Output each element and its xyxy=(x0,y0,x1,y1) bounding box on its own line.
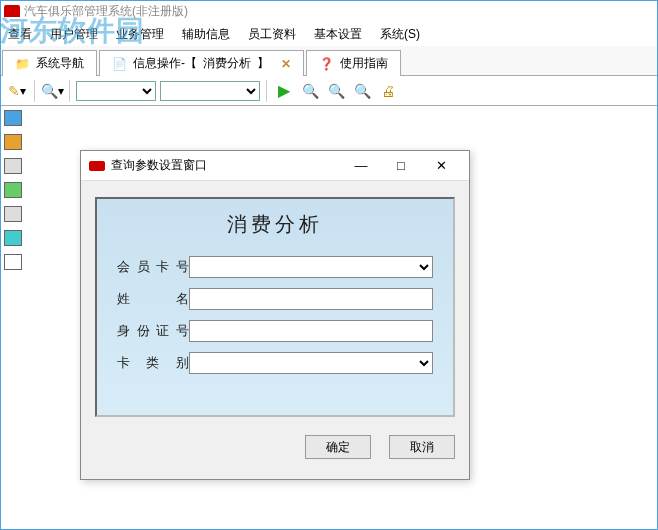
search-icon: 🔍 xyxy=(354,83,371,99)
sidebar xyxy=(0,106,26,526)
cancel-button[interactable]: 取消 xyxy=(389,435,455,459)
tab-label: 系统导航 xyxy=(36,55,84,72)
name-input[interactable] xyxy=(189,288,433,310)
search-icon: 🔍 xyxy=(302,83,319,99)
separator xyxy=(69,80,70,102)
search-icon: 🔍 xyxy=(328,83,345,99)
tab-system-nav[interactable]: 📁 系统导航 xyxy=(2,50,97,76)
find-2-button[interactable]: 🔍 xyxy=(325,80,347,102)
dialog-title: 查询参数设置窗口 xyxy=(111,157,207,174)
edit-button[interactable]: ✎▾ xyxy=(6,80,28,102)
close-button[interactable]: ✕ xyxy=(421,152,461,180)
play-icon: ▶ xyxy=(278,81,290,100)
dialog-titlebar[interactable]: 查询参数设置窗口 — □ ✕ xyxy=(81,151,469,181)
member-card-label: 会员卡号 xyxy=(117,258,189,276)
filter-combo-2[interactable] xyxy=(160,81,260,101)
sidebar-icon-2[interactable] xyxy=(4,134,22,150)
card-type-select[interactable] xyxy=(189,352,433,374)
query-params-dialog: 查询参数设置窗口 — □ ✕ 消费分析 会员卡号 姓 名 身份证号 卡 类 别 xyxy=(80,150,470,480)
menu-staff[interactable]: 员工资料 xyxy=(248,26,296,43)
sidebar-icon-6[interactable] xyxy=(4,230,22,246)
tab-usage-guide[interactable]: ❓ 使用指南 xyxy=(306,50,401,76)
tab-suffix: 】 xyxy=(257,55,269,72)
search-button[interactable]: 🔍▾ xyxy=(41,80,63,102)
sidebar-icon-1[interactable] xyxy=(4,110,22,126)
separator xyxy=(34,80,35,102)
print-button[interactable]: 🖨 xyxy=(377,80,399,102)
menu-aux-info[interactable]: 辅助信息 xyxy=(182,26,230,43)
printer-icon: 🖨 xyxy=(381,83,395,99)
nav-icon: 📁 xyxy=(15,57,30,71)
minimize-button[interactable]: — xyxy=(341,152,381,180)
sidebar-icon-4[interactable] xyxy=(4,182,22,198)
tab-prefix: 信息操作-【 xyxy=(133,55,197,72)
menu-settings[interactable]: 基本设置 xyxy=(314,26,362,43)
tab-close-icon[interactable]: ✕ xyxy=(281,57,291,71)
id-number-input[interactable] xyxy=(189,320,433,342)
filter-combo-1[interactable] xyxy=(76,81,156,101)
sidebar-icon-3[interactable] xyxy=(4,158,22,174)
tab-label: 使用指南 xyxy=(340,55,388,72)
find-3-button[interactable]: 🔍 xyxy=(351,80,373,102)
doc-icon: 📄 xyxy=(112,57,127,71)
member-card-select[interactable] xyxy=(189,256,433,278)
search-icon: 🔍 xyxy=(41,83,58,99)
card-type-label: 卡 类 别 xyxy=(117,354,189,372)
menu-system[interactable]: 系统(S) xyxy=(380,26,420,43)
maximize-button[interactable]: □ xyxy=(381,152,421,180)
pencil-icon: ✎ xyxy=(8,83,20,99)
run-button[interactable]: ▶ xyxy=(273,80,295,102)
toolbar: ✎▾ 🔍▾ ▶ 🔍 🔍 🔍 🖨 xyxy=(0,76,658,106)
help-icon: ❓ xyxy=(319,57,334,71)
tab-consumption-analysis[interactable]: 📄 信息操作-【消费分析】 ✕ xyxy=(99,50,304,76)
form-panel: 消费分析 会员卡号 姓 名 身份证号 卡 类 别 xyxy=(95,197,455,417)
ok-button[interactable]: 确定 xyxy=(305,435,371,459)
sidebar-icon-7[interactable] xyxy=(4,254,22,270)
sidebar-icon-5[interactable] xyxy=(4,206,22,222)
watermark: 河东软件园 xyxy=(0,12,145,50)
id-number-label: 身份证号 xyxy=(117,322,189,340)
car-icon xyxy=(89,161,105,171)
separator xyxy=(266,80,267,102)
tab-label: 消费分析 xyxy=(203,55,251,72)
find-1-button[interactable]: 🔍 xyxy=(299,80,321,102)
dialog-heading: 消费分析 xyxy=(117,211,433,238)
tabs-bar: 📁 系统导航 📄 信息操作-【消费分析】 ✕ ❓ 使用指南 xyxy=(0,46,658,76)
name-label: 姓 名 xyxy=(117,290,189,308)
